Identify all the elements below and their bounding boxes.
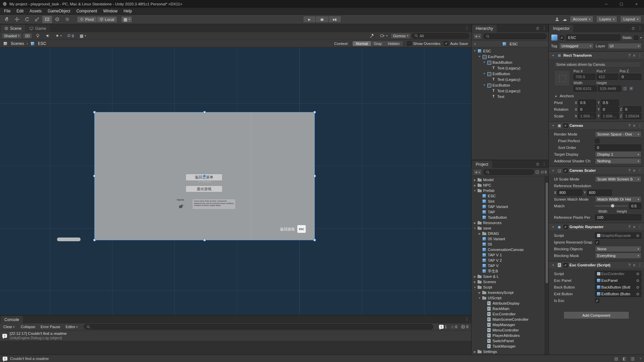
foldout-closed-icon[interactable]: ▶ (473, 280, 477, 283)
render-mode-dropdown[interactable]: Screen Space - Ove (595, 131, 641, 137)
foldout-open-icon[interactable]: ▼ (478, 55, 482, 58)
pause-button[interactable]: ▮▮ (316, 16, 329, 23)
selection-handle[interactable] (203, 111, 206, 113)
rect-transform-header[interactable]: ⊞ Rect Transform ?≡⋮ (549, 52, 644, 59)
scale-x-field[interactable]: 1.55634 (578, 113, 596, 119)
screen-match-mode-dropdown[interactable]: Match Width Or Hei (595, 196, 641, 202)
scene-tools-button[interactable] (367, 33, 377, 39)
foldout-open-icon[interactable] (551, 169, 555, 172)
foldout-closed-icon[interactable]: ▶ (473, 275, 477, 278)
selection-handle[interactable] (93, 175, 96, 177)
raw-edit-mode-icon[interactable]: R (629, 86, 634, 91)
blueprint-mode-icon[interactable]: ▢ (622, 86, 628, 91)
create-add-button[interactable]: + (473, 33, 482, 39)
context-normal-button[interactable]: Normal (353, 41, 370, 46)
help-icon[interactable]: ? (628, 225, 630, 229)
tab-console[interactable]: Console (1, 316, 23, 323)
layer-dropdown[interactable]: UI (607, 43, 642, 49)
project-item-slot[interactable]: Slot (472, 199, 548, 204)
pixel-perfect-checkbox[interactable] (595, 139, 599, 143)
project-item-model[interactable]: ▶Model (472, 177, 548, 183)
foldout-open-icon[interactable]: ▼ (473, 227, 477, 230)
foldout-open-icon[interactable]: ▼ (478, 297, 482, 300)
canvas-exit-button[interactable]: 退出游戏 (186, 186, 222, 192)
cloud-icon[interactable]: ☁ (562, 17, 567, 22)
status-icon[interactable]: ▥ (631, 356, 634, 361)
ignore-reversed-checkbox[interactable] (595, 240, 599, 245)
menu-component[interactable]: Component (73, 8, 100, 14)
project-item-tap-variant[interactable]: TAP Variant (472, 204, 548, 209)
pos-x-field[interactable]: 705.5 (574, 74, 595, 80)
menu-edit[interactable]: Edit (13, 8, 27, 14)
show-overrides-checkbox[interactable] (407, 41, 411, 46)
esc-panel-object-field[interactable]: EscPanel⊙ (595, 277, 641, 283)
menu-dots-icon[interactable]: ⋮ (638, 263, 642, 267)
foldout-open-icon[interactable] (551, 124, 555, 127)
prefab-stage-title[interactable]: ESC (502, 42, 523, 46)
canvas-scaler-header[interactable]: ◲ Canvas Scaler ?≡⋮ (549, 167, 644, 174)
collapse-toggle[interactable]: Collapse (18, 323, 38, 330)
foldout-open-icon[interactable]: ▼ (482, 72, 487, 75)
static-flags-dropdown-icon[interactable]: ▾ (640, 36, 642, 39)
scene-audio-toggle[interactable] (43, 33, 52, 39)
hierarchy-item-backbutton[interactable]: ▼BackButton (472, 59, 548, 65)
editor-dropdown[interactable]: Editor▾ (63, 323, 80, 330)
rotation-x-field[interactable]: 0 (578, 106, 596, 112)
additional-shader-dropdown[interactable]: Nothing (595, 158, 641, 164)
2d-toggle[interactable]: 2D (23, 33, 32, 39)
error-pause-toggle[interactable]: Error Pause (38, 323, 63, 330)
scene-lighting-toggle[interactable] (33, 33, 42, 39)
project-item-esc[interactable]: ESC (472, 193, 548, 199)
project-item-tap[interactable]: TAP (472, 209, 548, 215)
status-message[interactable]: Couldn't find a readme (10, 357, 49, 361)
status-icon[interactable]: ▤ (614, 356, 618, 361)
lock-icon[interactable] (632, 26, 635, 30)
slider-thumb[interactable] (611, 204, 614, 208)
project-item-resources[interactable]: ▶Resources (472, 220, 548, 225)
project-item-uiscript[interactable]: ▼UIScript (472, 295, 548, 301)
gameobject-name-field[interactable]: ESC (566, 35, 620, 41)
project-item-attributedisplay[interactable]: AttributeDisplay (472, 301, 548, 306)
foldout-closed-icon[interactable]: ▶ (478, 291, 482, 294)
ui-scale-mode-dropdown[interactable]: Scale With Screen S (595, 176, 641, 182)
static-checkbox[interactable] (634, 36, 638, 40)
play-button[interactable]: ▶ (303, 16, 316, 23)
component-enabled-checkbox[interactable] (563, 225, 568, 229)
selection-handle[interactable] (313, 239, 316, 241)
pivot-toggle-button[interactable]: Pivot (77, 16, 97, 23)
foldout-open-icon[interactable]: ▼ (473, 189, 477, 192)
object-picker-icon[interactable]: ⊙ (636, 272, 639, 276)
foldout-open-icon[interactable]: ▼ (473, 49, 477, 52)
custom-tool-button[interactable] (62, 16, 72, 23)
scene-effects-dropdown[interactable]: ★▾ (53, 33, 64, 39)
is-esc-checkbox[interactable] (595, 299, 599, 303)
menu-dots-icon[interactable]: ⋮ (465, 317, 469, 322)
search-by-type-icon[interactable] (535, 170, 539, 174)
project-item-taskmanager[interactable]: TaskManager (472, 344, 548, 349)
project-item-playerattributes[interactable]: PlayerAttributes (472, 333, 548, 338)
project-item-menucontroller[interactable]: MenuController (472, 327, 548, 333)
error-count-toggle[interactable]: !0 (459, 325, 470, 329)
canvas-header[interactable]: ▣ Canvas ?≡⋮ (549, 122, 644, 130)
add-component-button[interactable]: Add Component (563, 311, 629, 319)
reference-pixels-field[interactable]: 100 (595, 214, 641, 220)
clear-button[interactable]: Clear▾ (1, 323, 17, 330)
info-count-toggle[interactable]: 1 (437, 325, 448, 329)
project-item-05-variant[interactable]: 05 Variant (472, 236, 548, 242)
foldout-closed-icon[interactable]: ▶ (473, 221, 477, 224)
preset-icon[interactable]: ≡ (633, 168, 635, 173)
hierarchy-item-escbutton[interactable]: ▼EscButton (472, 82, 548, 88)
status-icon[interactable]: ◧ (623, 356, 626, 361)
project-item-esccontroller[interactable]: EscController (472, 311, 548, 317)
project-item-05[interactable]: 05 (472, 242, 548, 247)
rotate-tool-button[interactable] (22, 16, 32, 23)
local-toggle-button[interactable]: Local (97, 16, 117, 23)
hidden-objects-count[interactable]: ∅0 (65, 33, 76, 39)
scale-z-field[interactable]: 1.55634 (623, 113, 641, 119)
scrollbar-thumb[interactable] (546, 183, 548, 283)
tab-game[interactable]: Game (26, 25, 50, 32)
scene-search-input[interactable]: All (412, 33, 469, 39)
console-search-input[interactable] (84, 324, 433, 329)
project-item-drag[interactable]: ▶DRAG (472, 231, 548, 236)
create-asset-button[interactable]: + (473, 169, 482, 175)
